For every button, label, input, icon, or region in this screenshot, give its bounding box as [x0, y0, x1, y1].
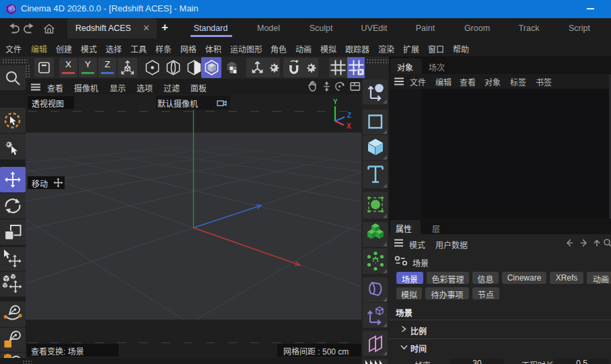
svg-text:Z: Z — [347, 112, 351, 119]
svg-text:Y: Y — [333, 98, 338, 106]
svg-text:X: X — [347, 122, 351, 130]
